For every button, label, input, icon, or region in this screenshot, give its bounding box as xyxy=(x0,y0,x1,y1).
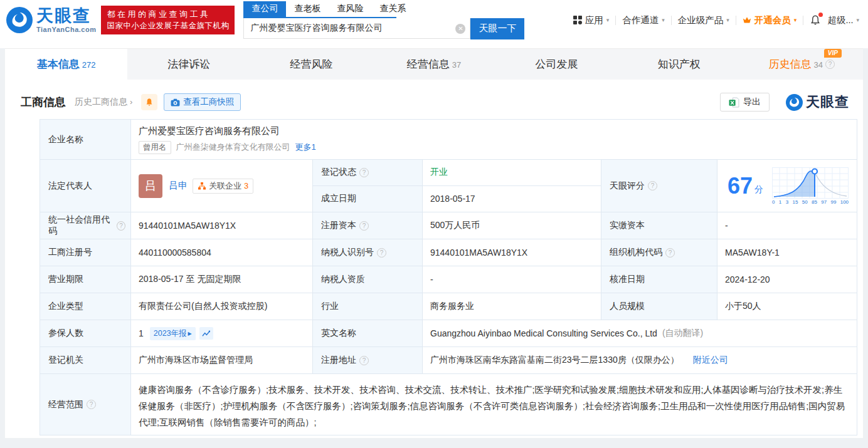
header-gap xyxy=(0,40,868,48)
menu-partnership[interactable]: 合作通道 ▾ xyxy=(622,14,665,26)
reg-capital-value: 500万人民币 xyxy=(423,212,601,239)
tab-intellectual-property[interactable]: 知识产权 xyxy=(618,49,740,80)
clear-icon[interactable]: ✕ xyxy=(455,24,465,34)
search-tab-risk[interactable]: 查风险 xyxy=(329,1,371,17)
tab-label: 历史信息 xyxy=(769,57,812,71)
score-distribution-chart: 0 1 3 15 50 85 97 99 100 xyxy=(772,167,849,205)
help-icon[interactable]: ? xyxy=(377,248,386,258)
search-tab-relation[interactable]: 查关系 xyxy=(371,1,414,17)
credit-code-label: 统一社会信用代码 xyxy=(48,214,114,237)
table-row: 工商注册号 440110000585804 纳税人识别号? 91440101MA… xyxy=(40,239,857,266)
table-row: 企业名称 广州爱婴宝医疗咨询服务有限公司 曾用名 广州叁柒健身体育文化有限公司 … xyxy=(40,120,857,160)
tab-history-info[interactable]: VIP 历史信息 34 ? xyxy=(741,49,863,80)
menu-divider xyxy=(736,16,736,25)
tab-basic-info[interactable]: 基本信息 272 xyxy=(5,49,127,80)
more-former-names-link[interactable]: 更多1 xyxy=(295,142,316,153)
history-link-label: 历史工商信息 xyxy=(75,96,127,107)
search-button[interactable]: 天眼一下 xyxy=(470,18,524,39)
menu-enterprise[interactable]: 企业级产品 ▾ xyxy=(678,14,729,26)
scope-label-cell: 经营范围? xyxy=(40,374,131,435)
address-cell: 广州市海珠区南华东路富基南二街23号二层1330房（仅限办公） 附近公司 xyxy=(423,347,857,373)
company-type-label: 企业类型 xyxy=(40,293,131,320)
scope-label: 经营范围 xyxy=(48,399,83,410)
history-business-info-link[interactable]: 历史工商信息 › xyxy=(75,96,132,108)
org-code-label-cell: 组织机构代码? xyxy=(601,239,717,266)
notifications-bell[interactable] xyxy=(810,14,821,26)
table-row: 法定代表人 吕 吕申 关联企业 3 登记状态? 开业 成立日期 2018-05-… xyxy=(40,160,857,212)
company-name-label: 企业名称 xyxy=(40,120,131,159)
help-icon[interactable]: ? xyxy=(87,400,96,409)
tab-label: 法律诉讼 xyxy=(167,57,210,71)
biz-term-value: 2018-05-17 至 无固定期限 xyxy=(131,266,313,293)
help-icon[interactable]: ? xyxy=(359,356,369,365)
legal-rep-name-link[interactable]: 吕申 xyxy=(169,180,188,192)
search-tab-boss[interactable]: 查老板 xyxy=(286,1,329,17)
view-business-snapshot-button[interactable]: 查看工商快照 xyxy=(164,93,241,111)
tianyancha-logo[interactable]: 天眼查 TianYanCha.com xyxy=(6,7,96,33)
legal-rep-avatar[interactable]: 吕 xyxy=(139,174,162,198)
paid-capital-value: - xyxy=(717,212,857,239)
tab-count: 37 xyxy=(452,60,461,70)
tab-label: 基本信息 xyxy=(37,57,80,71)
nearby-companies-link[interactable]: 附近公司 xyxy=(693,355,728,366)
annual-report-tag[interactable]: 2023年报▶ xyxy=(150,327,196,340)
help-icon[interactable]: ? xyxy=(117,221,125,231)
export-button[interactable]: 导出 xyxy=(720,93,770,112)
address-label-cell: 注册地址? xyxy=(313,347,423,373)
company-name-value: 广州爱婴宝医疗咨询服务有限公司 xyxy=(139,125,280,137)
english-name-value: Guangzhou Aiyinbao Medical Consulting Se… xyxy=(430,328,657,338)
line-chart-icon xyxy=(202,330,210,338)
help-icon[interactable]: ? xyxy=(359,168,369,177)
company-nav-tabs: 基本信息 272 法律诉讼 经营风险 经营信息 37 公司发展 知识产权 VIP… xyxy=(5,48,863,80)
menu-super-vip[interactable]: 超级... ▾ xyxy=(827,14,859,26)
search-tab-company[interactable]: 查公司 xyxy=(243,1,286,17)
business-info-table: 企业名称 广州爱婴宝医疗咨询服务有限公司 曾用名 广州叁柒健身体育文化有限公司 … xyxy=(40,119,857,435)
table-row: 统一社会信用代码? 91440101MA5AW18Y1X 注册资本? 500万人… xyxy=(40,212,857,239)
axis-tick: 100 xyxy=(840,199,849,205)
menu-enterprise-label: 企业级产品 xyxy=(678,14,724,26)
score-label: 天眼评分 xyxy=(610,180,645,192)
tab-operating-risk[interactable]: 经营风险 xyxy=(250,49,373,80)
table-row: 登记机关 广州市海珠区市场监督管理局 注册地址? 广州市海珠区南华东路富基南二街… xyxy=(40,347,857,374)
tab-label: 经营风险 xyxy=(290,57,333,71)
tab-business-info[interactable]: 经营信息 37 xyxy=(373,49,495,80)
menu-vip-label: 开通会员 xyxy=(754,14,791,26)
chevron-down-icon: ▾ xyxy=(794,17,797,23)
axis-tick: 85 xyxy=(812,199,817,205)
taxpayer-id-label-cell: 纳税人识别号? xyxy=(313,239,423,266)
search-tabs: 查公司 查老板 查风险 查关系 xyxy=(243,1,396,18)
trend-chart-button[interactable] xyxy=(199,327,213,340)
related-companies-button[interactable]: 关联企业 3 xyxy=(193,179,253,194)
help-icon[interactable]: ? xyxy=(648,181,657,190)
approval-date-value: 2024-12-20 xyxy=(717,266,857,293)
help-icon[interactable]: ? xyxy=(825,60,835,69)
former-name-value: 广州叁柒健身体育文化有限公司 xyxy=(176,142,290,153)
menu-vip[interactable]: 开通会员 ▾ xyxy=(743,14,797,26)
org-chart-icon xyxy=(198,182,206,190)
biz-term-label: 营业期限 xyxy=(40,266,131,293)
watermark-text: 天眼查 xyxy=(806,93,849,112)
tab-legal-litigation[interactable]: 法律诉讼 xyxy=(127,49,250,80)
watermark-logo: 天眼查 xyxy=(786,93,849,112)
help-icon[interactable]: ? xyxy=(665,248,675,258)
related-companies-label: 关联企业 xyxy=(209,180,241,192)
tab-company-development[interactable]: 公司发展 xyxy=(495,49,618,80)
axis-tick: 97 xyxy=(821,199,827,205)
english-name-label: 英文名称 xyxy=(313,320,423,346)
monitor-bell-button[interactable] xyxy=(141,94,157,110)
table-row: 参保人数 1 2023年报▶ 英文名称 Guangzhou Aiyinbao M… xyxy=(40,320,857,347)
tianyancha-swirl-icon xyxy=(6,7,33,33)
tab-label: 知识产权 xyxy=(658,57,701,71)
excel-icon xyxy=(729,97,739,108)
chevron-down-icon: ▾ xyxy=(856,17,859,23)
reg-capital-label: 注册资本 xyxy=(321,220,356,231)
menu-apps[interactable]: 应用 ▾ xyxy=(573,14,610,26)
legal-rep-label: 法定代表人 xyxy=(40,160,131,212)
chevron-down-icon: ▾ xyxy=(662,17,665,23)
snapshot-button-label: 查看工商快照 xyxy=(183,96,234,108)
help-icon[interactable]: ? xyxy=(359,221,369,231)
score-label-cell: 天眼评分? xyxy=(601,160,717,212)
search-input[interactable] xyxy=(243,18,470,39)
score-cell[interactable]: 67 分 0 1 3 xyxy=(717,160,857,212)
play-arrow-icon: ▶ xyxy=(188,331,192,336)
